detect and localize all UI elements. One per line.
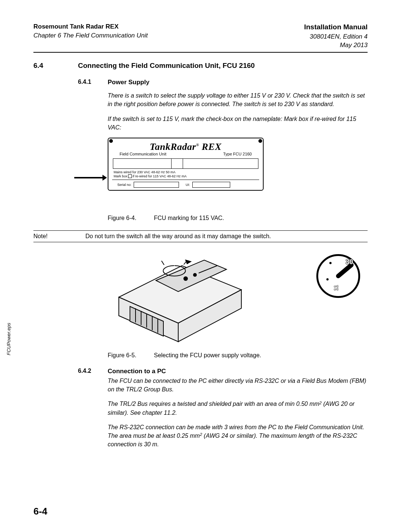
figure-65-caption: Figure 6-5. Selecting the FCU power supp… xyxy=(108,352,368,359)
paragraph-642-1: The FCU can be connected to the PC eithe… xyxy=(108,377,368,394)
nameplate-figure: TankRadar® REX Field Communication Unit … xyxy=(108,138,368,212)
svg-marker-10 xyxy=(186,260,191,264)
fcu-isometric-icon xyxy=(108,253,260,345)
svg-point-12 xyxy=(193,273,197,277)
nameplate-serial-box xyxy=(134,182,179,188)
subsection-title-642: Connection to a PC xyxy=(108,368,166,375)
note-row: Note! Do not turn the switch all the way… xyxy=(33,233,368,240)
nameplate: TankRadar® REX Field Communication Unit … xyxy=(108,138,264,191)
paragraph-642-3: The RS-232C connection can be made with … xyxy=(108,423,368,449)
note-label: Note! xyxy=(33,233,74,240)
nameplate-mark-line: Mark boxif re-wired for 115 VAC 48-62 Hz… xyxy=(112,174,259,178)
paragraph-641-1: There is a switch to select the supply v… xyxy=(108,91,368,108)
nameplate-sub-left: Field Communication Unit xyxy=(120,152,166,156)
section-number: 6.4 xyxy=(33,62,78,70)
header-doc-id: 308014EN, Edition 4 xyxy=(304,32,368,41)
nameplate-mains-line: Mains wired for 230 VAC 48-62 Hz 50 mA xyxy=(112,170,259,174)
nameplate-ui-box xyxy=(192,182,230,188)
svg-point-11 xyxy=(183,276,188,281)
note-text: Do not turn the switch all the way aroun… xyxy=(85,233,271,240)
nameplate-brand: TankRadar® REX xyxy=(112,141,259,152)
voltage-dial: 30 11 xyxy=(316,254,360,298)
paragraph-642-2: The TRL/2 Bus requires a twisted and shi… xyxy=(108,400,368,417)
page-number: 6-4 xyxy=(33,506,48,517)
note-rule-bottom xyxy=(33,242,368,242)
nameplate-serial-label: Serial no: xyxy=(117,183,131,187)
dial-value-30: 30 xyxy=(346,258,353,266)
header-date: May 2013 xyxy=(304,41,368,50)
nameplate-sub-right: Type FCU 2160 xyxy=(223,152,252,156)
fcu-power-drawing: 30 11 xyxy=(108,253,368,349)
header-chapter: Chapter 6 The Field Communication Unit xyxy=(33,31,148,40)
subsection-number-642: 6.4.2 xyxy=(78,368,108,375)
header-product: Rosemount Tank Radar REX xyxy=(33,22,148,31)
paragraph-641-2: If the switch is set to 115 V, mark the … xyxy=(108,115,368,132)
page-header: Rosemount Tank Radar REX Chapter 6 The F… xyxy=(33,22,368,50)
pointer-arrow-icon xyxy=(74,175,107,180)
figure-64-caption: Figure 6-4. FCU marking for 115 VAC. xyxy=(108,215,368,221)
dial-value-11: 11 xyxy=(333,285,339,291)
header-rule xyxy=(33,52,368,53)
eps-label-left: FCUPower.eps xyxy=(6,323,12,355)
rewire-checkbox xyxy=(128,174,132,178)
header-manual-title: Installation Manual xyxy=(304,22,368,32)
note-rule-top xyxy=(33,230,368,231)
section-title: Connecting the Field Communication Unit,… xyxy=(78,62,255,70)
subsection-number-641: 6.4.1 xyxy=(78,79,108,86)
section-heading: 6.4 Connecting the Field Communication U… xyxy=(33,62,368,70)
subsection-title-641: Power Supply xyxy=(108,79,149,86)
nameplate-ui-label: UI: xyxy=(186,183,190,187)
